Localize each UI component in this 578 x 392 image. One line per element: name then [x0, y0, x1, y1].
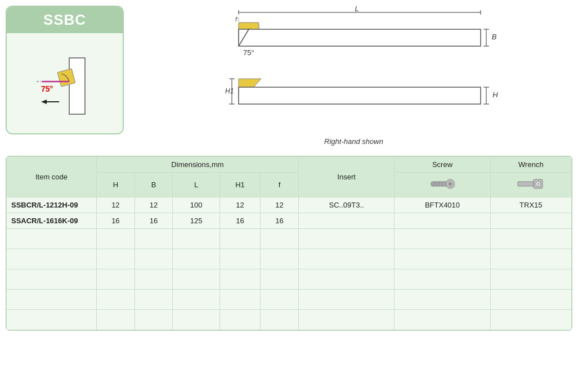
- table-cell-empty: [395, 290, 490, 310]
- table-cell-empty: [395, 249, 490, 269]
- svg-point-43: [537, 183, 539, 185]
- svg-rect-15: [239, 29, 481, 46]
- svg-rect-0: [69, 58, 85, 114]
- table-cell-empty: [298, 310, 394, 330]
- table-cell: 16: [135, 213, 173, 229]
- table-cell: 16: [261, 213, 299, 229]
- table-cell-empty: [219, 229, 260, 249]
- table-cell-empty: [490, 249, 571, 269]
- table-cell-empty: [219, 249, 260, 269]
- table-cell-empty: [395, 229, 490, 249]
- table-cell-empty: [7, 290, 97, 310]
- table-cell-empty: [219, 269, 260, 290]
- table-cell-empty: [490, 269, 571, 290]
- svg-text:H1: H1: [225, 87, 234, 95]
- table-cell-empty: [173, 229, 219, 249]
- table-cell: SSBCR/L-1212H-09: [7, 197, 97, 213]
- col-f: f: [261, 173, 299, 197]
- product-card: SSBC 75°: [6, 6, 124, 134]
- screw-label: Screw: [399, 160, 485, 169]
- technical-diagram: L f B 75° H1: [135, 6, 572, 146]
- card-header: SSBC: [7, 7, 123, 33]
- table-cell: 16: [219, 213, 260, 229]
- wrench-icon-header: [490, 173, 571, 197]
- table-cell-empty: [219, 290, 260, 310]
- tool-diagram-left: 75°: [20, 41, 110, 125]
- col-header-wrench: Wrench: [490, 157, 571, 173]
- table-cell-empty: [173, 269, 219, 290]
- table-cell: SC..09T3..: [298, 197, 394, 213]
- table-cell-empty: [490, 290, 571, 310]
- dimension-svg: L f B 75° H1: [205, 6, 503, 135]
- product-code: SSBC: [43, 11, 86, 28]
- table-row: SSACR/L-1616K-0916161251616: [7, 213, 572, 229]
- col-H: H: [97, 173, 135, 197]
- svg-marker-5: [41, 100, 47, 104]
- col-header-screw: Screw: [395, 157, 490, 173]
- table-cell-empty: [261, 290, 299, 310]
- svg-text:L: L: [355, 4, 359, 13]
- table-cell: SSACR/L-1616K-09: [7, 213, 97, 229]
- table-cell-empty: [7, 249, 97, 269]
- svg-rect-27: [239, 87, 481, 104]
- table-cell-empty: [261, 229, 299, 249]
- table-row-empty: [7, 229, 572, 249]
- table-row-empty: [7, 290, 572, 310]
- col-header-item-code: Item code: [7, 157, 97, 197]
- table-cell: 12: [219, 197, 260, 213]
- table-cell-empty: [298, 229, 394, 249]
- screw-icon-header: [395, 173, 490, 197]
- col-header-dimensions: Dimensions,mm: [97, 157, 299, 173]
- col-header-insert: Insert: [298, 157, 394, 197]
- table-row-empty: [7, 310, 572, 330]
- table-cell-empty: [97, 269, 135, 290]
- table-cell: 12: [135, 197, 173, 213]
- table-cell: [298, 213, 394, 229]
- table-cell: 12: [261, 197, 299, 213]
- wrench-label: Wrench: [495, 160, 567, 169]
- table-cell-empty: [261, 249, 299, 269]
- svg-text:f: f: [235, 16, 238, 22]
- table-row-empty: [7, 249, 572, 269]
- table-cell-empty: [490, 310, 571, 330]
- table-cell-empty: [395, 310, 490, 330]
- table-cell-empty: [173, 310, 219, 330]
- table-cell: 100: [173, 197, 219, 213]
- table-cell-empty: [298, 269, 394, 290]
- table-cell: 16: [97, 213, 135, 229]
- col-L: L: [173, 173, 219, 197]
- table-cell: TRX15: [490, 197, 571, 213]
- table-cell-empty: [97, 310, 135, 330]
- card-body: 75°: [7, 33, 123, 133]
- table-cell-empty: [135, 229, 173, 249]
- table-cell: [395, 213, 490, 229]
- table-cell-empty: [298, 249, 394, 269]
- table-cell: 125: [173, 213, 219, 229]
- table-cell-empty: [173, 290, 219, 310]
- table-cell-empty: [490, 229, 571, 249]
- right-hand-label: Right-hand shown: [324, 137, 383, 146]
- table-cell-empty: [97, 290, 135, 310]
- table-cell-empty: [97, 229, 135, 249]
- col-H1: H1: [219, 173, 260, 197]
- table-row-empty: [7, 269, 572, 290]
- table-cell-empty: [395, 269, 490, 290]
- table-cell: 12: [97, 197, 135, 213]
- table-cell-empty: [298, 290, 394, 310]
- table-row: SSBCR/L-1212H-0912121001212SC..09T3..BFT…: [7, 197, 572, 213]
- svg-text:75°: 75°: [41, 84, 53, 93]
- dimensions-table: Item code Dimensions,mm Insert Screw Wre…: [6, 156, 572, 331]
- table-cell: [490, 213, 571, 229]
- table-cell-empty: [261, 269, 299, 290]
- svg-text:H: H: [492, 91, 498, 99]
- insert-label: Insert: [303, 173, 389, 181]
- table-cell-empty: [219, 310, 260, 330]
- table-cell-empty: [7, 229, 97, 249]
- table-cell-empty: [135, 269, 173, 290]
- table-cell-empty: [7, 269, 97, 290]
- table-cell-empty: [7, 310, 97, 330]
- table-cell-empty: [173, 249, 219, 269]
- table-cell-empty: [97, 249, 135, 269]
- svg-text:B: B: [491, 33, 496, 41]
- table-cell-empty: [261, 310, 299, 330]
